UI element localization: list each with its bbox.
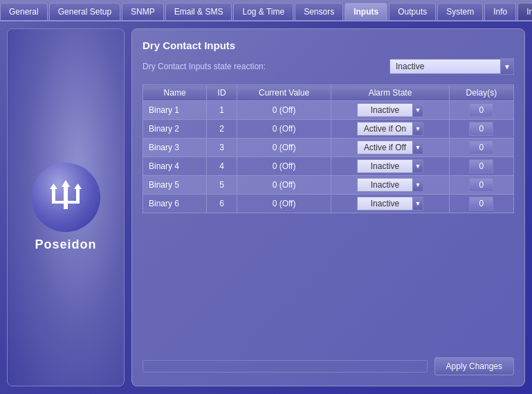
svg-marker-3 (50, 183, 57, 189)
table-row: Binary 330 (Off) Active if Off ▼ (143, 138, 514, 157)
cell-id: 1 (207, 101, 237, 120)
col-header-alarm-state: Alarm State (331, 85, 450, 101)
svg-rect-4 (76, 189, 80, 202)
cell-current-value: 0 (Off) (237, 195, 331, 213)
delay-input[interactable] (469, 103, 493, 117)
cell-alarm-state[interactable]: Active if Off ▼ (331, 138, 450, 157)
section-title: Dry Contact Inputs (143, 39, 514, 51)
cell-current-value: 0 (Off) (237, 138, 331, 157)
cell-name: Binary 1 (143, 101, 207, 120)
cell-alarm-state[interactable]: Inactive ▼ (331, 195, 450, 213)
tab-email-sms[interactable]: Email & SMS (165, 3, 232, 20)
col-header-delay: Delay(s) (449, 85, 513, 101)
alarm-state-arrow[interactable]: ▼ (412, 141, 423, 154)
cell-current-value: 0 (Off) (237, 101, 331, 120)
state-reaction-select[interactable]: Inactive ▼ (389, 58, 514, 75)
table-row: Binary 220 (Off) Active if On ▼ (143, 120, 514, 138)
tab-index-page[interactable]: Index Page (517, 3, 532, 20)
cell-alarm-state[interactable]: Inactive ▼ (331, 101, 450, 120)
svg-rect-2 (52, 189, 55, 202)
delay-input[interactable] (469, 159, 493, 173)
delay-input[interactable] (469, 197, 493, 211)
col-header-id: ID (207, 85, 237, 101)
alarm-state-arrow[interactable]: ▼ (412, 159, 423, 173)
trident-icon (45, 177, 86, 218)
cell-delay[interactable] (449, 176, 513, 195)
apply-changes-button[interactable]: Apply Changes (434, 357, 514, 375)
cell-delay[interactable] (449, 101, 513, 120)
tab-log-time[interactable]: Log & Time (233, 3, 293, 20)
alarm-state-arrow[interactable]: ▼ (412, 197, 423, 211)
svg-rect-7 (64, 204, 68, 209)
cell-id: 6 (207, 195, 237, 213)
cell-current-value: 0 (Off) (237, 157, 331, 176)
tab-outputs[interactable]: Outputs (389, 3, 436, 20)
cell-id: 4 (207, 157, 237, 176)
table-row: Binary 550 (Off) Inactive ▼ (143, 176, 514, 195)
delay-input[interactable] (469, 141, 493, 154)
delay-input[interactable] (469, 178, 493, 192)
svg-marker-1 (62, 180, 70, 187)
table-row: Binary 660 (Off) Inactive ▼ (143, 195, 514, 213)
main-content: Poseidon Dry Contact Inputs Dry Contact … (0, 21, 532, 393)
cell-name: Binary 6 (143, 195, 207, 213)
alarm-state-value: Inactive (357, 159, 412, 173)
tab-general[interactable]: General (0, 3, 48, 20)
tab-snmp[interactable]: SNMP (122, 3, 164, 20)
cell-alarm-state[interactable]: Inactive ▼ (331, 157, 450, 176)
table-row: Binary 110 (Off) Inactive ▼ (143, 101, 514, 120)
cell-delay[interactable] (449, 120, 513, 138)
alarm-state-arrow[interactable]: ▼ (412, 122, 423, 136)
state-reaction-row: Dry Contact Inputs state reaction: Inact… (143, 58, 514, 75)
cell-name: Binary 5 (143, 176, 207, 195)
cell-name: Binary 2 (143, 120, 207, 138)
cell-id: 3 (207, 138, 237, 157)
right-panel: Dry Contact Inputs Dry Contact Inputs st… (131, 28, 525, 386)
state-reaction-label: Dry Contact Inputs state reaction: (143, 62, 266, 71)
tab-general-setup[interactable]: General Setup (49, 3, 120, 20)
tab-inputs[interactable]: Inputs (345, 3, 387, 20)
svg-marker-5 (74, 183, 82, 189)
svg-rect-6 (52, 201, 80, 204)
col-header-current-value: Current Value (237, 85, 331, 101)
brand-name: Poseidon (35, 238, 96, 252)
alarm-state-value: Inactive (357, 103, 412, 117)
table-row: Binary 440 (Off) Inactive ▼ (143, 157, 514, 176)
col-header-name: Name (143, 85, 207, 101)
cell-name: Binary 3 (143, 138, 207, 157)
cell-id: 5 (207, 176, 237, 195)
progress-bar (143, 360, 428, 373)
alarm-state-value: Inactive (357, 178, 412, 192)
logo-circle (31, 163, 100, 232)
alarm-state-arrow[interactable]: ▼ (412, 178, 423, 192)
cell-delay[interactable] (449, 157, 513, 176)
delay-input[interactable] (469, 122, 493, 136)
cell-id: 2 (207, 120, 237, 138)
tab-system[interactable]: System (437, 3, 483, 20)
tab-info[interactable]: Info (484, 3, 516, 20)
cell-alarm-state[interactable]: Active if On ▼ (331, 120, 450, 138)
cell-current-value: 0 (Off) (237, 120, 331, 138)
cell-delay[interactable] (449, 195, 513, 213)
alarm-state-arrow[interactable]: ▼ (412, 103, 423, 117)
cell-alarm-state[interactable]: Inactive ▼ (331, 176, 450, 195)
cell-name: Binary 4 (143, 157, 207, 176)
alarm-state-value: Inactive (357, 197, 412, 211)
tab-bar: General General Setup SNMP Email & SMS L… (0, 0, 532, 21)
bottom-bar: Apply Changes (143, 350, 514, 375)
cell-current-value: 0 (Off) (237, 176, 331, 195)
logo-panel: Poseidon (7, 28, 125, 386)
alarm-state-value: Active if On (357, 122, 412, 136)
alarm-state-value: Active if Off (357, 141, 412, 154)
inputs-table: Name ID Current Value Alarm State Delay(… (143, 84, 514, 213)
state-reaction-value: Inactive (389, 59, 500, 74)
tab-sensors[interactable]: Sensors (295, 3, 343, 20)
cell-delay[interactable] (449, 138, 513, 157)
state-reaction-dropdown-arrow[interactable]: ▼ (500, 58, 514, 75)
